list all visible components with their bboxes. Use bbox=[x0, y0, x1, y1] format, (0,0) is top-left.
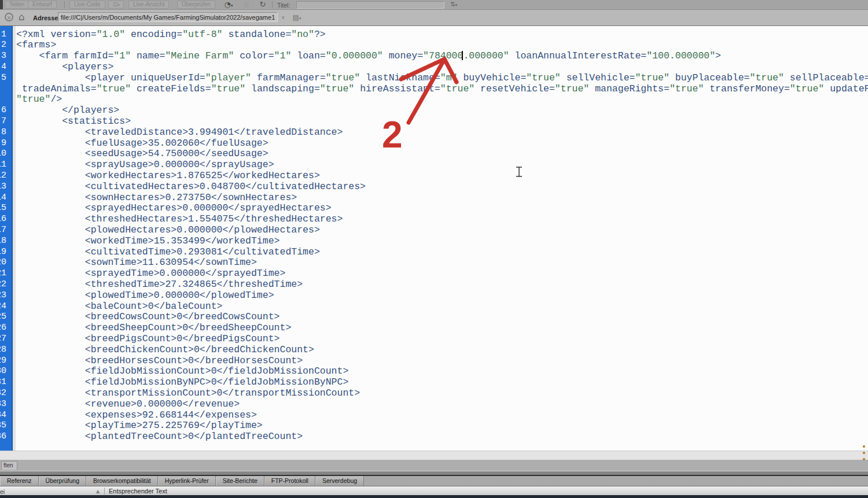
line-number: 16 bbox=[0, 214, 6, 225]
inspect-button[interactable]: Überprüfen bbox=[177, 1, 215, 9]
code-line[interactable]: <plantedTreeCount>0</plantedTreeCount> bbox=[16, 431, 303, 442]
code-view-button-fragment[interactable] bbox=[0, 0, 3, 9]
properties-panel-tab-fragment[interactable]: ften bbox=[1, 461, 17, 470]
code-line[interactable]: <breedSheepCount>0</breedSheepCount> bbox=[16, 323, 291, 334]
refresh-button[interactable]: ↻ bbox=[257, 0, 269, 9]
stop-icon[interactable]: ✕ bbox=[5, 13, 13, 21]
dropdown-icon: ▾ bbox=[117, 3, 120, 8]
check-browser-compatibility-button[interactable]: ▥ bbox=[241, 0, 252, 9]
chevron-down-icon[interactable]: ∨ bbox=[281, 14, 285, 20]
file-management-button[interactable]: ⇅▾ bbox=[446, 0, 462, 9]
code-line[interactable]: <farms> bbox=[16, 40, 56, 51]
code-line[interactable]: <plowedTime>0.000000</plowedTime> bbox=[16, 290, 274, 301]
code-line[interactable]: <fieldJobMissionCount>0</fieldJobMission… bbox=[16, 366, 348, 377]
bottom-panel: ften ReferenzÜberprüfungBrowserkompatibi… bbox=[0, 460, 868, 498]
line-number: 6 bbox=[0, 105, 6, 116]
address-options-button[interactable]: ▤▾ bbox=[289, 12, 304, 23]
line-number: 21 bbox=[0, 268, 6, 279]
property-inspector-bar: ei ▲ Entsprechender Text bbox=[0, 486, 868, 495]
toolbar-divider bbox=[272, 1, 273, 8]
live-view-button[interactable]: Live-Ansicht bbox=[128, 1, 169, 9]
code-line[interactable]: "true"/> bbox=[16, 94, 62, 105]
code-line[interactable]: <expenses>92.668144</expenses> bbox=[16, 410, 257, 421]
code-line[interactable]: <farm farmId="1" name="Meine Farm" color… bbox=[16, 51, 721, 62]
code-line[interactable]: <cultivatedTime>0.293081</cultivatedTime… bbox=[16, 247, 320, 258]
code-line[interactable]: <transportMissionCount>0</transportMissi… bbox=[16, 388, 360, 399]
results-tab-referenz[interactable]: Referenz bbox=[0, 476, 39, 486]
code-line[interactable]: <sprayedTime>0.000000</sprayedTime> bbox=[16, 268, 285, 279]
code-line[interactable]: <?xml version="1.0" encoding="utf-8" sta… bbox=[16, 29, 326, 40]
code-line[interactable]: <breedPigsCount>0</breedPigsCount> bbox=[16, 334, 279, 345]
code-line[interactable]: <workedTime>15.353499</workedTime> bbox=[16, 236, 279, 247]
results-tab-serverdebug[interactable]: Serverdebug bbox=[315, 476, 364, 486]
panel-separator bbox=[0, 471, 868, 476]
code-line[interactable]: </players> bbox=[16, 105, 119, 116]
split-view-button[interactable]: Teilen bbox=[5, 1, 29, 9]
code-line[interactable]: <sownTime>11.630954</sownTime> bbox=[16, 257, 257, 268]
results-tab-browserkompatibilit-t[interactable]: Browserkompatibilität bbox=[86, 476, 158, 486]
line-number: 32 bbox=[0, 388, 6, 399]
file-management-icon: ⇅ bbox=[450, 1, 455, 8]
code-editor[interactable]: <?xml version="1.0" encoding="utf-8" sta… bbox=[0, 26, 868, 451]
browser-navigation-bar: ✕ ⌂ Adresse: ∨ ▤▾ bbox=[0, 10, 868, 26]
line-number: 35 bbox=[0, 420, 6, 431]
code-line[interactable]: <players> bbox=[16, 62, 113, 73]
address-input[interactable] bbox=[58, 12, 278, 22]
code-line[interactable]: <breedHorsesCount>0</breedHorsesCount> bbox=[16, 356, 303, 367]
toolbar-divider bbox=[64, 1, 65, 8]
dropdown-icon: ▾ bbox=[299, 16, 301, 21]
code-line[interactable]: <statistics> bbox=[16, 116, 131, 127]
collapse-panel-icon[interactable]: ▲ bbox=[96, 489, 100, 494]
results-tab-hyperlink-pr-fer[interactable]: Hyperlink-Prüfer bbox=[158, 476, 216, 486]
code-line[interactable]: <breedChickenCount>0</breedChickenCount> bbox=[16, 345, 314, 356]
code-line[interactable]: <sprayUsage>0.000000</sprayUsage> bbox=[16, 160, 274, 171]
results-tab--berpr-fung[interactable]: Überprüfung bbox=[39, 476, 86, 486]
line-number: 7 bbox=[0, 116, 6, 127]
preview-in-browser-button[interactable]: ◔▾ bbox=[222, 0, 235, 9]
status-text-fragment: ei bbox=[0, 488, 5, 495]
line-number: 31 bbox=[0, 377, 6, 388]
code-line[interactable]: <revenue>0.000000</revenue> bbox=[16, 399, 240, 410]
line-number: 19 bbox=[0, 247, 6, 258]
line-number: 3 bbox=[0, 51, 6, 62]
text-caret bbox=[462, 51, 463, 60]
code-line[interactable]: <player uniqueUserId="player" farmManage… bbox=[16, 73, 868, 84]
code-line[interactable]: tradeAnimals="true" createFields="true" … bbox=[16, 84, 868, 95]
line-number: 36 bbox=[0, 431, 6, 442]
code-line[interactable]: <cultivatedHectares>0.048700</cultivated… bbox=[16, 182, 366, 193]
design-view-button[interactable]: Entwurf bbox=[28, 1, 57, 9]
live-code-button[interactable]: Live-Code bbox=[69, 1, 105, 9]
code-line[interactable]: <playTime>275.225769</playTime> bbox=[16, 420, 263, 431]
results-tab-site-berichte[interactable]: Site-Berichte bbox=[216, 476, 264, 486]
title-label: Titel: bbox=[277, 2, 290, 9]
home-icon[interactable]: ⌂ bbox=[19, 11, 25, 23]
code-line[interactable]: <traveledDistance>3.994901</traveledDist… bbox=[16, 127, 343, 138]
line-number: 9 bbox=[0, 138, 6, 149]
code-line[interactable]: <fuelUsage>35.002060</fuelUsage> bbox=[16, 138, 269, 149]
code-line[interactable]: <workedHectares>1.876525</workedHectares… bbox=[16, 171, 320, 182]
code-line[interactable]: <baleCount>0</baleCount> bbox=[16, 301, 222, 312]
line-number: 24 bbox=[0, 301, 6, 312]
taskbar-edge bbox=[0, 495, 868, 498]
code-line[interactable]: <sownHectares>0.273750</sownHectares> bbox=[16, 193, 297, 204]
status-divider bbox=[104, 488, 105, 495]
line-number: 22 bbox=[0, 279, 6, 290]
line-number: 29 bbox=[0, 356, 6, 367]
live-view-options-button[interactable]: ⊡▾ bbox=[108, 1, 124, 9]
results-tab-ftp-protokoll[interactable]: FTP-Protokoll bbox=[264, 476, 315, 486]
line-number: 12 bbox=[0, 171, 6, 182]
document-title-input[interactable] bbox=[296, 1, 444, 9]
code-line[interactable]: <fieldJobMissionByNPC>0</fieldJobMission… bbox=[16, 377, 348, 388]
line-number: 2 bbox=[0, 40, 6, 51]
code-line[interactable]: <threshedHectares>1.554075</threshedHect… bbox=[16, 214, 343, 225]
dropdown-icon: ▾ bbox=[455, 3, 458, 8]
code-line[interactable]: <threshedTime>27.324865</threshedTime> bbox=[16, 279, 303, 290]
gutter-gap bbox=[13, 26, 16, 451]
line-number: 28 bbox=[0, 345, 6, 356]
code-line[interactable]: <seedUsage>54.750000</seedUsage> bbox=[16, 149, 269, 160]
matching-text-label: Entsprechender Text bbox=[109, 488, 167, 495]
line-number: 23 bbox=[0, 290, 6, 301]
code-line[interactable]: <plowedHectares>0.000000</plowedHectares… bbox=[16, 225, 320, 236]
code-line[interactable]: <breedCowsCount>0</breedCowsCount> bbox=[16, 312, 279, 323]
code-line[interactable]: <sprayedHectares>0.000000</sprayedHectar… bbox=[16, 203, 332, 214]
